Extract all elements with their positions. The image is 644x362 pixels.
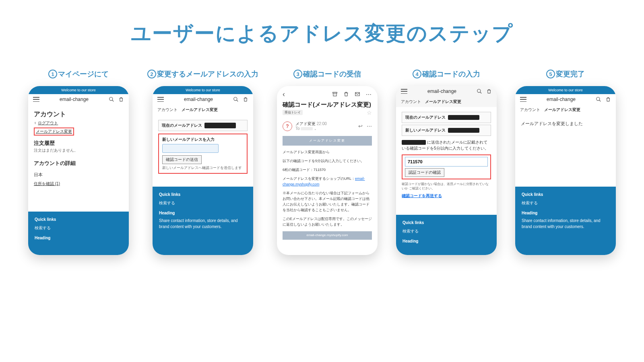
- phone-1: Welcome to our store email-change アカウント …: [28, 86, 129, 255]
- hamburger-icon[interactable]: [157, 97, 164, 102]
- step-1-text: マイページにて: [58, 69, 109, 79]
- send-code-button[interactable]: 確認コードの送信: [162, 155, 202, 164]
- brand: email-change: [427, 88, 456, 94]
- current-email-field: 現在のメールアドレス: [158, 120, 248, 131]
- logout-link[interactable]: ログアウト: [38, 121, 58, 125]
- new-email-input[interactable]: [162, 144, 219, 153]
- crumb-change: メールアドレス変更: [544, 107, 580, 112]
- mail-subject: 確認コード(メールアドレス変更): [277, 99, 378, 109]
- svg-line-9: [599, 100, 601, 102]
- step-4-text: 確認コードの入力: [422, 69, 480, 79]
- hamburger-icon[interactable]: [401, 89, 407, 94]
- code-input[interactable]: [405, 157, 488, 167]
- svg-point-8: [597, 97, 600, 101]
- address-link[interactable]: 住所を確認 (1): [34, 181, 123, 187]
- svg-point-2: [234, 97, 237, 101]
- step-5-label: 5 変更完了: [546, 69, 585, 79]
- footer-text: Share contact information, store details…: [522, 218, 609, 230]
- footer-search[interactable]: 検索する: [159, 200, 247, 206]
- banner: Welcome to our store: [515, 86, 616, 94]
- account-heading: アカウント: [34, 110, 123, 119]
- archive-icon[interactable]: [332, 91, 338, 98]
- redacted-to: [301, 127, 313, 130]
- crumb-account[interactable]: アカウント: [401, 99, 421, 104]
- bag-icon[interactable]: [605, 97, 611, 102]
- hamburger-icon[interactable]: [520, 97, 526, 102]
- new-email-label: 新しいメールアドレスを入力: [162, 137, 244, 142]
- step-1-num: 1: [48, 70, 57, 78]
- bag-icon[interactable]: [243, 97, 248, 102]
- user-icon: ♀: [34, 121, 37, 125]
- footer-heading: Heading: [159, 211, 247, 215]
- code-instructions: に送信されたメールに記載されている確認コードを5分以内に入力してください。: [402, 139, 491, 151]
- mail-line-3: 6桁の確認コード：711570: [283, 167, 372, 173]
- brand: email-change: [547, 97, 576, 102]
- to-label: To: [295, 126, 300, 131]
- step-2-label: 2 変更するメールアドレスの入力: [147, 69, 258, 79]
- search-icon[interactable]: [109, 97, 114, 102]
- verify-code-button[interactable]: 認証コードの確認: [405, 168, 444, 177]
- mail-line-1: メールアドレス変更画面から: [283, 150, 372, 155]
- mail-line-4a: メールアドレスを変更するショップのURL：: [283, 177, 355, 181]
- step-2-text: 変更するメールアドレスの入力: [157, 69, 258, 79]
- search-icon[interactable]: [596, 97, 601, 102]
- email-change-link[interactable]: メールアドレス変更: [34, 128, 74, 136]
- mail-icon[interactable]: [355, 91, 360, 98]
- more-icon[interactable]: ⋯: [366, 91, 372, 98]
- done-message: メールアドレスを変更しました: [521, 121, 610, 127]
- redacted-email: [204, 123, 236, 128]
- footer-quick-links: Quick links: [159, 192, 247, 197]
- crumb-change: メールアドレス変更: [182, 107, 218, 112]
- orders-empty: 注文はまだありません。: [34, 148, 123, 153]
- reply-icon[interactable]: ↩: [358, 123, 363, 129]
- bag-icon[interactable]: [118, 97, 124, 102]
- step-1-label: 1 マイページにて: [48, 69, 109, 79]
- crumb-change: メールアドレス変更: [425, 99, 461, 104]
- search-icon[interactable]: [477, 88, 482, 94]
- sender-time: 22:00: [317, 121, 327, 126]
- resend-link[interactable]: 確認コードを再送する: [402, 193, 442, 198]
- svg-line-7: [480, 92, 482, 94]
- crumb-account[interactable]: アカウント: [520, 107, 540, 112]
- sender-name: メアド変更: [295, 121, 316, 126]
- footer-quick-links: Quick links: [35, 217, 122, 222]
- back-icon[interactable]: ‹: [283, 90, 285, 99]
- mail-line-5: ※本メールに心当たりのない場合は下記フォームからお問い合わせ下さい。本メール記載…: [283, 191, 372, 213]
- footer-search[interactable]: 検索する: [35, 225, 122, 231]
- mail-foot: email-change.myshopify.com: [283, 231, 372, 239]
- step-5-text: 変更完了: [556, 69, 585, 79]
- new-email-field: 新しいメールアドレス: [402, 125, 491, 136]
- mail-line-6: このEメールアドレスは配信専用です。このメッセージに返信しないようお願いいたしま…: [283, 216, 372, 228]
- step-4-num: 4: [413, 70, 421, 78]
- hamburger-icon[interactable]: [33, 97, 39, 102]
- svg-rect-4: [333, 92, 337, 93]
- bag-icon[interactable]: [486, 88, 492, 94]
- brand: email-change: [60, 97, 89, 102]
- phone-2: Welcome to our store email-change アカウントメ…: [153, 86, 253, 255]
- footer-heading: Heading: [522, 211, 609, 215]
- mail-head: メールアドレス変更: [283, 136, 372, 146]
- send-code-hint: 新しいメールアドレスへ確認コードを送信します: [162, 166, 244, 171]
- current-email-field: 現在のメールアドレス: [402, 112, 491, 123]
- step-4-label: 4 確認コードの入力: [413, 69, 480, 79]
- phone-4: email-change アカウントメールアドレス変更 現在のメールアドレス 新…: [396, 86, 497, 255]
- banner: Welcome to our store: [153, 86, 253, 94]
- footer-search[interactable]: 検索する: [402, 228, 490, 234]
- footer-search[interactable]: 検索する: [522, 200, 609, 206]
- new-email-box: 新しいメールアドレスを入力 確認コードの送信 新しいメールアドレスへ確認コードを…: [158, 134, 248, 174]
- svg-point-6: [477, 89, 481, 93]
- footer-heading: Heading: [35, 236, 122, 240]
- detail-heading: アカウントの詳細: [34, 160, 123, 167]
- trash-icon[interactable]: [343, 91, 349, 98]
- crumb-account[interactable]: アカウント: [157, 107, 178, 112]
- search-icon[interactable]: [233, 97, 239, 102]
- svg-point-0: [109, 97, 113, 101]
- page-title: ユーザーによるアドレス変更のステップ: [24, 20, 620, 47]
- step-5-num: 5: [546, 70, 555, 78]
- star-icon[interactable]: ☆: [367, 109, 372, 116]
- more-icon[interactable]: ⋯: [367, 123, 372, 129]
- phone-5: Welcome to our store email-change アカウントメ…: [515, 86, 616, 255]
- footer-heading: Heading: [402, 239, 490, 243]
- footer-quick-links: Quick links: [402, 220, 490, 225]
- avatar: ?: [283, 121, 292, 131]
